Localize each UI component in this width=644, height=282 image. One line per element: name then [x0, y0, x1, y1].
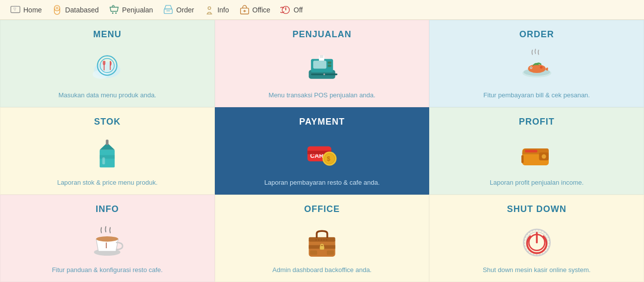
- svg-rect-27: [320, 56, 323, 57]
- nav-order[interactable]: Order: [163, 4, 194, 15]
- tile-profit[interactable]: PROFIT Laporan profit penjualan income.: [429, 107, 644, 195]
- svg-rect-23: [328, 62, 331, 64]
- svg-rect-57: [309, 237, 335, 242]
- tile-office-desc: Admin dashboard backoffice anda.: [272, 266, 372, 274]
- tile-penjualan-title: PENJUALAN: [292, 29, 351, 40]
- tile-payment-desc: Laporan pembayaran resto & cafe anda.: [264, 179, 380, 186]
- tile-penjualan[interactable]: PENJUALAN Me: [215, 20, 430, 107]
- database-icon: [52, 4, 63, 15]
- svg-rect-62: [327, 250, 334, 255]
- tile-stok-title: STOK: [94, 117, 121, 127]
- nav-office[interactable]: Office: [239, 4, 270, 15]
- svg-rect-28: [320, 57, 323, 58]
- svg-point-54: [96, 236, 118, 242]
- tile-shutdown-title: SHUT DOWN: [507, 204, 567, 214]
- info-tile-icon: [87, 214, 127, 266]
- svg-point-34: [540, 66, 542, 69]
- svg-point-4: [56, 6, 59, 9]
- order-icon: [163, 4, 174, 15]
- svg-rect-22: [313, 61, 326, 69]
- svg-rect-61: [310, 250, 317, 255]
- profit-icon: [517, 127, 557, 179]
- svg-rect-24: [328, 65, 331, 67]
- svg-rect-40: [106, 140, 109, 145]
- nav-home-label: Home: [23, 6, 42, 14]
- tile-profit-desc: Laporan profit penjualan income.: [490, 179, 583, 186]
- tile-menu-desc: Masukan data menu produk anda.: [59, 91, 156, 99]
- order-icon: [517, 40, 557, 91]
- tile-order[interactable]: ORDER: [429, 20, 644, 107]
- svg-text:$: $: [327, 155, 330, 162]
- tile-order-desc: Fitur pembayaran bill & cek pesanan.: [483, 91, 590, 99]
- nav-off-label: Off: [294, 6, 303, 14]
- svg-rect-39: [100, 155, 115, 158]
- svg-point-9: [208, 6, 211, 9]
- main-grid: MENU Masukan data menu produk anda. PENJ…: [0, 20, 644, 282]
- svg-rect-52: [525, 150, 537, 152]
- svg-point-50: [541, 154, 546, 159]
- nav-databased[interactable]: Databased: [52, 4, 99, 15]
- svg-point-36: [530, 67, 531, 68]
- svg-rect-51: [521, 155, 523, 163]
- home-icon: [10, 4, 21, 15]
- tile-shutdown[interactable]: SHUT DOWN Shut down mesin kasir online s…: [429, 195, 644, 282]
- tile-shutdown-desc: Shut down mesin kasir online system.: [483, 266, 590, 274]
- tile-info[interactable]: INFO Fitur panduan & konfigura: [0, 195, 215, 282]
- stok-icon: [87, 127, 127, 179]
- nav-databased-label: Databased: [65, 6, 99, 14]
- svg-rect-41: [103, 157, 105, 164]
- tile-stok[interactable]: STOK Laporan stok & price menu produk.: [0, 107, 215, 195]
- tile-payment-title: PAYMENT: [299, 117, 345, 127]
- svg-rect-25: [319, 56, 324, 61]
- svg-point-30: [323, 73, 325, 75]
- info-icon: [204, 4, 215, 15]
- nav-off[interactable]: Off: [280, 4, 303, 15]
- svg-point-6: [115, 12, 117, 14]
- tile-order-title: ORDER: [519, 29, 554, 40]
- penjualan-icon: [302, 40, 342, 91]
- menu-icon: [87, 40, 127, 91]
- nav-office-label: Office: [253, 6, 270, 14]
- off-icon: [280, 4, 291, 15]
- nav-home[interactable]: Home: [10, 4, 42, 15]
- nav-order-label: Order: [176, 6, 194, 14]
- tile-penjualan-desc: Menu transaksi POS penjualan anda.: [268, 91, 375, 99]
- navbar: Home Databased Penjualan: [0, 0, 644, 20]
- payment-icon: CARD $: [302, 127, 342, 179]
- svg-point-5: [112, 12, 114, 14]
- nav-info-label: Info: [217, 6, 229, 14]
- tile-menu[interactable]: MENU Masukan data menu produk anda.: [0, 20, 215, 107]
- svg-rect-7: [164, 9, 173, 13]
- tile-menu-title: MENU: [93, 29, 122, 40]
- shutdown-icon: [517, 214, 557, 266]
- tile-info-desc: Fitur panduan & konfigurasi resto cafe.: [52, 266, 163, 274]
- nav-penjualan-label: Penjualan: [122, 6, 153, 14]
- svg-rect-26: [320, 56, 323, 56]
- nav-info[interactable]: Info: [204, 4, 229, 15]
- tile-office-title: OFFICE: [304, 204, 340, 214]
- penjualan-icon: [109, 4, 120, 15]
- tile-info-title: INFO: [96, 204, 119, 214]
- tile-office[interactable]: OFFICE Admin dashboar: [215, 195, 430, 282]
- tile-profit-title: PROFIT: [519, 117, 555, 127]
- office-icon: [239, 4, 250, 15]
- tile-stok-desc: Laporan stok & price menu produk.: [57, 179, 157, 186]
- nav-penjualan[interactable]: Penjualan: [109, 4, 153, 15]
- office-tile-icon: [302, 214, 342, 266]
- svg-point-16: [93, 70, 109, 79]
- svg-rect-1: [13, 5, 17, 6]
- tile-payment[interactable]: PAYMENT CARD $ Laporan pembayaran resto …: [215, 107, 430, 195]
